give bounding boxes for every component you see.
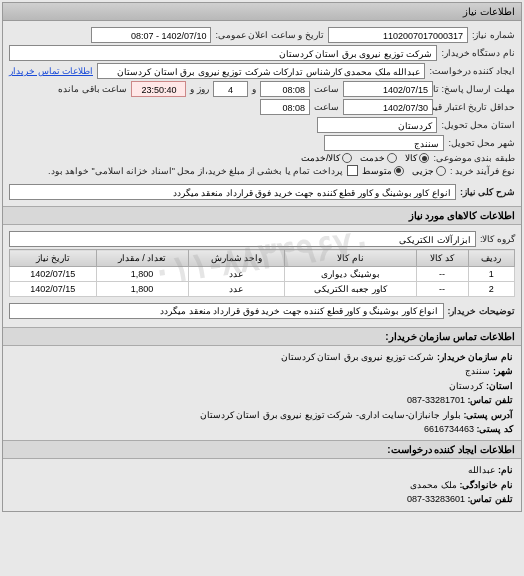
- th-code: کد کالا: [416, 250, 468, 267]
- fname-label: نام:: [498, 465, 513, 475]
- city-field[interactable]: سنندج: [324, 135, 444, 151]
- catgroup-label: طبقه بندی موضوعی:: [433, 153, 515, 163]
- days-prefix: و: [252, 84, 256, 94]
- goods-group-label: گروه کالا:: [480, 234, 515, 244]
- th-row: ردیف: [468, 250, 514, 267]
- table-cell: 1402/07/15: [10, 282, 97, 297]
- org-label: نام سازمان خریدار:: [437, 352, 513, 362]
- time-label-2: ساعت: [314, 102, 339, 112]
- contact-province-value: کردستان: [449, 381, 483, 391]
- days-field: 4: [213, 81, 248, 97]
- table-cell: عدد: [188, 267, 285, 282]
- pubdate-field: 1402/07/10 - 08:07: [91, 27, 211, 43]
- th-qty: تعداد / مقدار: [96, 250, 188, 267]
- deadline-send-date[interactable]: 1402/07/15: [343, 81, 433, 97]
- creator-phone-label: تلفن تماس:: [468, 494, 514, 504]
- postal-label: کد پستی:: [477, 424, 514, 434]
- radio-service[interactable]: خدمت: [360, 153, 397, 163]
- lname-label: نام خانوادگی:: [460, 480, 514, 490]
- goods-section-title: اطلاعات کالاهای مورد نیاز: [3, 206, 521, 225]
- price-validity-label: حداقل تاریخ اعتبار قیمت: تا تاریخ:: [437, 102, 515, 112]
- radio-goodservice-label: کالا/خدمت: [301, 153, 341, 163]
- number-field[interactable]: 1102007017000317: [328, 27, 468, 43]
- radio-medium[interactable]: متوسط: [362, 166, 404, 176]
- table-cell: 1,800: [96, 282, 188, 297]
- table-cell: 1,800: [96, 267, 188, 282]
- table-header-row: ردیف کد کالا نام کالا واحد شمارش تعداد /…: [10, 250, 515, 267]
- postal-value: 6616734463: [424, 424, 474, 434]
- table-cell: 2: [468, 282, 514, 297]
- countdown-timer: 23:50:40: [131, 81, 186, 97]
- treasury-checkbox[interactable]: [347, 165, 358, 176]
- table-cell: --: [416, 267, 468, 282]
- contact-phone-value: 33281701-087: [407, 395, 465, 405]
- table-cell: عدد: [188, 282, 285, 297]
- remain-suffix: ساعت باقی مانده: [58, 84, 127, 94]
- process-note: پرداخت تمام یا بخشی از مبلغ خرید،از محل …: [48, 166, 343, 176]
- category-radio-group: کالا خدمت کالا/خدمت: [301, 153, 430, 163]
- table-cell: 1: [468, 267, 514, 282]
- pubdate-label: تاریخ و ساعت اعلان عمومی:: [215, 30, 324, 40]
- lname-value: ملک محمدی: [410, 480, 457, 490]
- contact-section-title: اطلاعات تماس سازمان خریدار:: [3, 327, 521, 346]
- goods-table: ردیف کد کالا نام کالا واحد شمارش تعداد /…: [9, 249, 515, 297]
- radio-goodservice[interactable]: کالا/خدمت: [301, 153, 353, 163]
- buyer-desc-field[interactable]: انواع کاور بوشینگ و کاور قطع کننده جهت خ…: [9, 303, 444, 319]
- contact-phone-label: تلفن تماس:: [468, 395, 514, 405]
- contact-block: نام سازمان خریدار: شرکت توزیع نیروی برق …: [3, 346, 521, 440]
- radio-minor-label: جزیی: [412, 166, 434, 176]
- radio-medium-label: متوسط: [362, 166, 392, 176]
- table-cell: 1402/07/15: [10, 267, 97, 282]
- need-title-field[interactable]: انواع کاور بوشینگ و کاور قطع کننده جهت خ…: [9, 184, 456, 200]
- th-name: نام کالا: [285, 250, 416, 267]
- number-label: شماره نیاز:: [472, 30, 515, 40]
- table-row[interactable]: 1--بوشینگ دیواریعدد1,8001402/07/15: [10, 267, 515, 282]
- requester-label: ایجاد کننده درخواست:: [429, 66, 515, 76]
- contact-link[interactable]: اطلاعات تماس خریدار: [9, 66, 93, 76]
- radio-minor[interactable]: جزیی: [412, 166, 446, 176]
- buyer-desc-label: توضیحات خریدار:: [448, 306, 516, 316]
- creator-section-title: اطلاعات ایجاد کننده درخواست:: [3, 440, 521, 459]
- deadline-send-label: مهلت ارسال پاسخ: تا تاریخ:: [437, 84, 515, 94]
- process-radio-group: جزیی متوسط: [362, 166, 446, 176]
- requester-field: عبدالله ملک محمدی کارشناس تدارکات شرکت ت…: [97, 63, 425, 79]
- radio-goods-label: کالا: [405, 153, 417, 163]
- table-cell: --: [416, 282, 468, 297]
- th-unit: واحد شمارش: [188, 250, 285, 267]
- province-label: استان محل تحویل:: [441, 120, 515, 130]
- price-validity-date[interactable]: 1402/07/30: [343, 99, 433, 115]
- contact-city-value: سنندج: [465, 366, 490, 376]
- creator-block: نام: عبدالله نام خانوادگی: ملک محمدی تلف…: [3, 459, 521, 510]
- city-label: شهر محل تحویل:: [448, 138, 515, 148]
- contact-city-label: شهر:: [493, 366, 513, 376]
- deadline-send-time[interactable]: 08:08: [260, 81, 310, 97]
- time-label-1: ساعت: [314, 84, 339, 94]
- main-panel: اطلاعات نیاز شماره نیاز: 110200701700031…: [2, 2, 522, 512]
- province-field[interactable]: کردستان: [317, 117, 437, 133]
- buyer-field: شرکت توزیع نیروی برق استان کردستان: [9, 45, 437, 61]
- address-label: آدرس پستی:: [464, 410, 514, 420]
- fname-value: عبدالله: [468, 465, 495, 475]
- table-row[interactable]: 2--کاور جعبه الکتریکیعدد1,8001402/07/15: [10, 282, 515, 297]
- need-title-label: شرح کلی نیاز:: [460, 187, 515, 197]
- radio-goods[interactable]: کالا: [405, 153, 429, 163]
- contact-province-label: استان:: [486, 381, 513, 391]
- org-value: شرکت توزیع نیروی برق استان کردستان: [281, 352, 435, 362]
- radio-service-label: خدمت: [360, 153, 385, 163]
- table-cell: کاور جعبه الکتریکی: [285, 282, 416, 297]
- th-date: تاریخ نیاز: [10, 250, 97, 267]
- process-label: نوع فرآیند خرید :: [450, 166, 515, 176]
- days-suffix: روز و: [190, 84, 209, 94]
- price-validity-time[interactable]: 08:08: [260, 99, 310, 115]
- creator-phone-value: 33283601-087: [407, 494, 465, 504]
- panel-header: اطلاعات نیاز: [3, 3, 521, 21]
- goods-group-field[interactable]: ابزارآلات الکتریکی: [9, 231, 476, 247]
- table-cell: بوشینگ دیواری: [285, 267, 416, 282]
- address-value: بلوار جانبازان-سایت اداری- شرکت توزیع نی…: [200, 410, 461, 420]
- buyer-label: نام دستگاه خریدار:: [441, 48, 515, 58]
